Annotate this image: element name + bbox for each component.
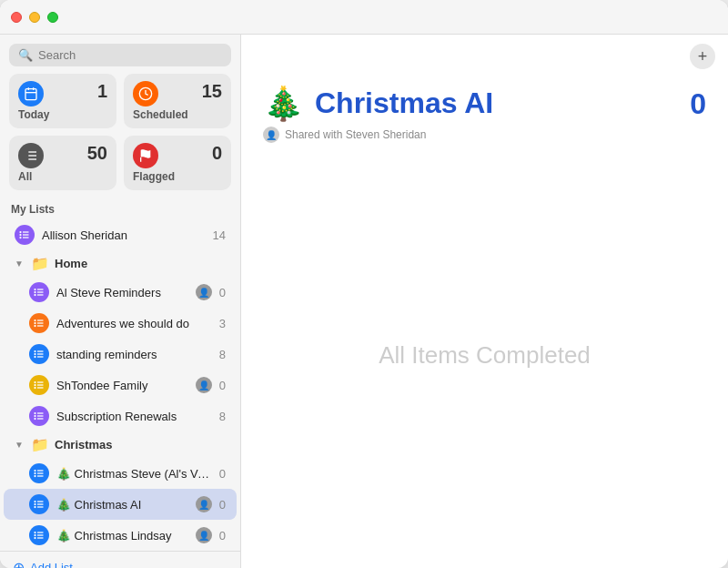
list-item-christmas-ai[interactable]: 🎄 Christmas AI 👤 0 [4,489,237,520]
svg-point-23 [35,295,35,296]
main-content: + 🎄 Christmas AI 0 👤 Shared with Steven … [241,35,728,568]
home-folder-name: Home [55,257,87,270]
completed-text: All Items Completed [379,341,591,370]
svg-point-28 [35,323,35,324]
close-button[interactable] [11,12,22,23]
maximize-button[interactable] [47,12,58,23]
christmas-folder-icon: 📁 [31,436,49,453]
list-item-adventures[interactable]: Adventures we should do 3 [4,308,237,339]
subscription-count: 8 [219,410,226,423]
svg-point-33 [35,351,35,352]
my-lists-header: My Lists [0,199,240,219]
add-list-button[interactable]: ⊕ Add List [0,551,240,568]
shtondee-name: ShTondee Family [56,379,188,392]
allison-count: 14 [213,228,226,242]
smart-list-scheduled[interactable]: 15 Scheduled [124,74,231,128]
svg-point-52 [35,473,35,474]
christmas-lindsay-name: 🎄 Christmas Lindsay [56,529,188,543]
smart-list-today[interactable]: 1 Today [9,74,116,128]
christmas-chevron-icon: ▼ [15,440,25,450]
christmas-steve-icon [29,463,49,483]
christmas-lindsay-shared-icon: 👤 [196,527,212,543]
svg-point-57 [35,502,35,502]
al-steve-shared-icon: 👤 [196,284,212,300]
sidebar: 🔍 1 Today [0,35,241,568]
christmas-steve-count: 0 [219,467,226,481]
scheduled-count: 15 [202,81,222,102]
subscription-name: Subscription Renewals [56,410,212,423]
folder-christmas[interactable]: ▼ 📁 Christmas [4,431,237,458]
svg-rect-0 [25,89,36,100]
flagged-icon [133,143,158,168]
smart-list-all[interactable]: 50 All [9,136,116,190]
list-item-christmas-steve[interactable]: 🎄 Christmas Steve (Al's Ver... 0 [4,458,237,489]
christmas-lindsay-icon [29,525,49,545]
traffic-lights [11,12,58,23]
christmas-ai-icon [29,494,49,514]
scheduled-icon [133,81,158,106]
home-folder-icon: 📁 [31,255,49,272]
flagged-count: 0 [212,143,222,164]
completed-message: All Items Completed [241,143,728,568]
list-total-count: 0 [690,87,706,121]
list-item-standing[interactable]: standing reminders 8 [4,339,237,370]
all-count: 50 [87,143,107,164]
svg-point-47 [35,419,35,420]
shtondee-count: 0 [219,379,226,392]
list-title-area: 🎄 Christmas AI 0 [241,78,728,121]
al-steve-count: 0 [219,286,226,299]
list-item-al-steve[interactable]: Al Steve Reminders 👤 0 [4,277,237,308]
svg-point-53 [35,476,35,477]
svg-point-41 [35,388,35,389]
svg-point-45 [35,413,35,414]
list-item-christmas-lindsay[interactable]: 🎄 Christmas Lindsay 👤 0 [4,520,237,551]
svg-point-22 [35,292,35,293]
folder-home[interactable]: ▼ 📁 Home [4,250,237,277]
svg-point-16 [20,235,21,236]
all-icon [18,143,44,168]
svg-point-27 [35,320,35,321]
adventures-count: 3 [219,317,226,330]
christmas-lindsay-count: 0 [219,529,226,543]
standing-name: standing reminders [56,348,212,361]
list-title-left: 🎄 Christmas AI [263,87,493,120]
all-label: All [18,170,107,183]
title-bar [0,0,728,35]
christmas-ai-shared-icon: 👤 [196,496,212,512]
al-steve-name: Al Steve Reminders [56,286,188,299]
christmas-ai-count: 0 [219,498,226,512]
search-icon: 🔍 [18,48,33,62]
add-list-plus-icon: ⊕ [13,559,25,568]
add-list-label: Add List [30,561,73,568]
home-chevron-icon: ▼ [15,259,25,269]
christmas-ai-name: 🎄 Christmas AI [56,498,188,512]
search-input[interactable] [38,48,222,62]
search-bar: 🔍 [0,35,240,74]
svg-point-35 [35,357,35,358]
search-wrapper[interactable]: 🔍 [9,44,231,66]
christmas-folder-name: Christmas [55,438,113,451]
app-window: 🔍 1 Today [0,0,728,568]
list-shared-by: 👤 Shared with Steven Sheridan [241,121,728,143]
subscription-icon [29,406,49,426]
list-item-subscription[interactable]: Subscription Renewals 8 [4,401,237,431]
smart-list-flagged[interactable]: 0 Flagged [124,136,231,190]
allison-icon [15,225,35,245]
svg-point-39 [35,382,35,383]
list-item-allison[interactable]: Allison Sheridan 14 [4,219,237,250]
allison-name: Allison Sheridan [42,228,206,242]
svg-point-29 [35,326,35,327]
list-item-shtondee[interactable]: ShTondee Family 👤 0 [4,370,237,401]
main-header: + [241,35,728,78]
al-steve-icon [29,282,49,302]
today-count: 1 [97,81,107,102]
svg-point-17 [20,238,21,238]
add-item-button[interactable]: + [690,44,715,69]
standing-icon [29,344,49,364]
svg-point-63 [35,532,35,533]
shared-avatar: 👤 [263,127,279,143]
smart-lists: 1 Today 15 Scheduled [0,74,240,199]
minimize-button[interactable] [29,12,40,23]
svg-point-40 [35,385,35,386]
standing-count: 8 [219,348,226,361]
